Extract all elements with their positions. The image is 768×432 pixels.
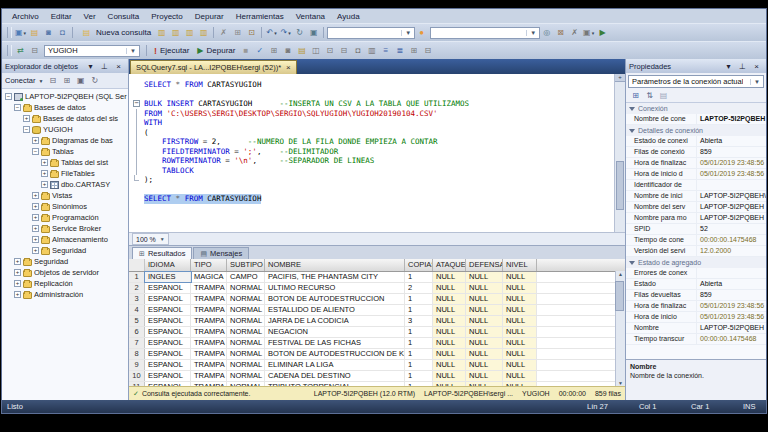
tree-item-replicaci-n[interactable]: +Replicación	[2, 278, 128, 289]
grid-cell[interactable]: CAMPO	[227, 272, 265, 282]
expander-icon[interactable]: +	[41, 170, 48, 177]
grid-cell[interactable]: MAGICA	[191, 272, 227, 282]
tree-item-administraci-n[interactable]: +Administración	[2, 289, 128, 300]
filter-icon[interactable]: ▣	[74, 75, 87, 87]
grid-cell[interactable]: NULL	[433, 360, 466, 370]
property-row-tiempo-transcur[interactable]: Tiempo transcur00:00:00.1475468	[626, 334, 766, 345]
intellisense-icon[interactable]: ◙	[281, 45, 294, 57]
decrease-indent-icon[interactable]: ⊞	[407, 45, 420, 57]
save-icon[interactable]: ◙	[42, 27, 55, 39]
tree-item-seguridad[interactable]: +Seguridad	[2, 245, 128, 256]
navigate-back-icon[interactable]: ↻	[293, 27, 306, 39]
new-query-button[interactable]: ▤ Nueva consulta	[76, 26, 155, 39]
uncomment-icon[interactable]: ≣	[393, 45, 406, 57]
property-row-tiempo-de-cone[interactable]: Tiempo de cone00:00:00.1475468	[626, 235, 766, 246]
editor-vertical-scrollbar[interactable]: +	[614, 74, 625, 232]
grid-cell[interactable]: NULL	[466, 316, 503, 326]
cut-icon[interactable]: ✗	[217, 27, 230, 39]
expander-icon[interactable]: +	[32, 236, 39, 243]
row-number[interactable]: 11	[129, 382, 145, 386]
grid-cell[interactable]: ESPANOL	[145, 382, 191, 386]
grid-cell[interactable]: 1	[405, 371, 433, 381]
expander-icon[interactable]: −	[5, 93, 12, 100]
grid-cell[interactable]: NULL	[466, 283, 503, 293]
expander-icon[interactable]: +	[32, 225, 39, 232]
expander-icon[interactable]: +	[14, 258, 21, 265]
property-category-conexi-n[interactable]: Conexión	[626, 103, 766, 114]
tree-item-objetos-de-servidor[interactable]: +Objetos de servidor	[2, 267, 128, 278]
expander-icon[interactable]: +	[14, 269, 21, 276]
scrollbar-thumb[interactable]	[616, 161, 624, 210]
column-header-ataque[interactable]: ATAQUE	[433, 259, 466, 271]
tree-item-yugioh[interactable]: −YUGIOH	[2, 124, 128, 135]
grid-cell[interactable]: ESPANOL	[145, 360, 191, 370]
sql-editor[interactable]: SELECT * FROM CARTASYUGIOH−BULK INSERT C…	[129, 74, 625, 232]
database-engine-query-icon[interactable]: ▥	[155, 27, 168, 39]
grid-cell[interactable]: TRAMPA	[191, 360, 227, 370]
results-to-text-icon[interactable]: ⊟	[337, 45, 350, 57]
expander-icon[interactable]: +	[32, 203, 39, 210]
grid-cell[interactable]: NULL	[433, 316, 466, 326]
toolbar-grip[interactable]	[7, 27, 12, 38]
scrollbar-thumb[interactable]	[615, 281, 624, 311]
grid-cell[interactable]: 1	[405, 338, 433, 348]
grid-cell[interactable]: NORMAL	[227, 338, 265, 348]
grid-cell[interactable]: NORMAL	[227, 316, 265, 326]
results-tab-resultados[interactable]: ⊞Resultados	[132, 247, 192, 259]
find-combo[interactable]: ▼	[430, 27, 540, 39]
grid-cell[interactable]: NULL	[503, 382, 537, 386]
grid-cell[interactable]: 1	[405, 327, 433, 337]
grid-cell[interactable]: ESPANOL	[145, 294, 191, 304]
transact-combo[interactable]: ▼	[327, 27, 415, 39]
connect-button[interactable]: Conectar	[5, 76, 35, 85]
grid-cell[interactable]: 1	[405, 305, 433, 315]
grid-cell[interactable]: NULL	[503, 305, 537, 315]
window-list-icon[interactable]: ▣▾	[582, 27, 595, 39]
analysis-mdx-query-icon[interactable]: ▥	[169, 27, 182, 39]
row-number[interactable]: 2	[129, 283, 145, 293]
grid-cell[interactable]: NORMAL	[227, 305, 265, 315]
grid-cell[interactable]: NULL	[466, 294, 503, 304]
execute-button[interactable]: ! Ejecutar	[150, 44, 193, 57]
categorized-icon[interactable]: ⊞	[629, 90, 642, 102]
row-number[interactable]: 3	[129, 294, 145, 304]
stop-icon[interactable]: ⊞	[60, 75, 73, 87]
alphabetical-icon[interactable]: ⇅	[643, 90, 656, 102]
grid-cell[interactable]: 3	[405, 316, 433, 326]
property-row-versi-n-del-servi[interactable]: Versión del servi12.0.2000	[626, 246, 766, 257]
close-icon[interactable]: ×	[286, 63, 291, 72]
column-header-idioma[interactable]: IDIOMA	[145, 259, 191, 271]
grid-cell[interactable]: 1	[405, 349, 433, 359]
grid-cell[interactable]: TRAMPA	[191, 305, 227, 315]
tree-item-programaci-n[interactable]: +Programación	[2, 212, 128, 223]
expander-icon[interactable]: +	[32, 137, 39, 144]
results-to-grid-icon[interactable]: ◘	[351, 45, 364, 57]
clear-icon[interactable]: ✗	[568, 27, 581, 39]
grid-cell[interactable]: ESTALLIDO DE ALIENTO	[265, 305, 405, 315]
save-all-icon[interactable]: ◘	[56, 27, 69, 39]
column-header-subtipo[interactable]: SUBTIPO	[227, 259, 265, 271]
menu-item-ayuda[interactable]: Ayuda	[331, 11, 366, 22]
menu-item-archivo[interactable]: Archivo	[6, 11, 45, 22]
query-document-tab[interactable]: SQLQuery7.sql - LA...I2PQBEH\sergi (52))…	[130, 60, 297, 74]
grid-cell[interactable]: BOTON DE AUTODESTRUCCION	[265, 294, 405, 304]
grid-cell[interactable]: FESTIVAL DE LAS FICHAS	[265, 338, 405, 348]
splitter-handle[interactable]: +	[615, 74, 625, 82]
property-row-hora-de-inicio-d[interactable]: Hora de inicio d05/01/2019 23:48:56	[626, 169, 766, 180]
close-icon[interactable]: ×	[112, 60, 125, 72]
grid-cell[interactable]: NULL	[433, 327, 466, 337]
grid-cell[interactable]: 1	[405, 382, 433, 386]
grid-cell[interactable]: NULL	[466, 338, 503, 348]
expander-icon[interactable]: +	[23, 115, 30, 122]
grid-cell[interactable]: NULL	[466, 360, 503, 370]
grid-cell[interactable]: ESPANOL	[145, 338, 191, 348]
expander-icon[interactable]: +	[41, 181, 48, 188]
grid-cell[interactable]: NORMAL	[227, 360, 265, 370]
property-row-nombre-de-cone[interactable]: Nombre de coneLAPTOP-5I2PQBEH (LA	[626, 114, 766, 125]
grid-cell[interactable]: ESPANOL	[145, 371, 191, 381]
toolbar-grip[interactable]	[7, 45, 12, 56]
property-row-nombre-del-serv[interactable]: Nombre del servLAPTOP-5I2PQBEH	[626, 202, 766, 213]
row-number[interactable]: 7	[129, 338, 145, 348]
expander-icon[interactable]: +	[14, 280, 21, 287]
redo-icon[interactable]: ↷▾	[279, 27, 292, 39]
